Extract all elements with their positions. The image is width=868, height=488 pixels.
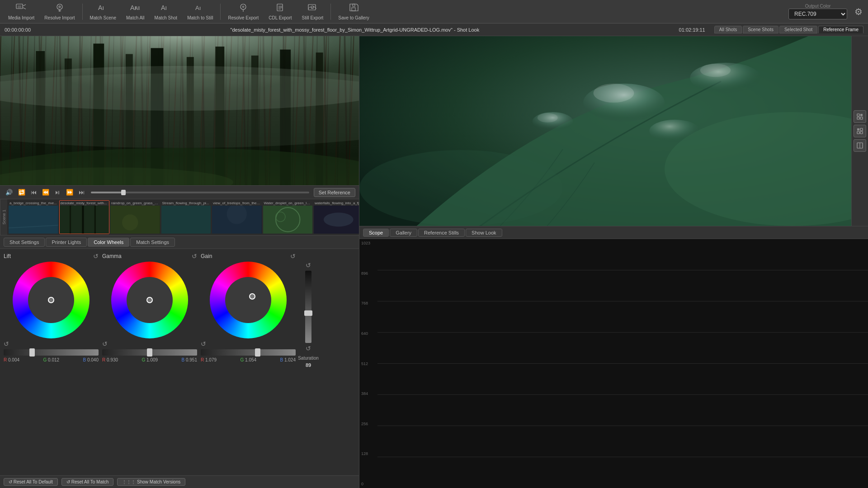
wf-label-256: 256 <box>361 422 376 426</box>
resolve-export-icon <box>238 3 248 14</box>
waveform-labels: 1023 896 768 640 512 384 256 128 0 <box>359 239 377 488</box>
gain-slider[interactable] <box>201 349 296 356</box>
step-back-btn[interactable]: ⏪ <box>40 188 51 197</box>
toolbar-resolve-export[interactable]: Resolve Export <box>223 1 263 22</box>
svg-rect-79 <box>860 131 863 134</box>
shot-thumb-5[interactable]: Water_droplet_on_green_le... <box>263 200 313 234</box>
gain-b-value: 1.024 <box>284 357 296 362</box>
shot-thumb-0[interactable]: a_bridge_crossing_the_rive... <box>8 200 59 234</box>
sat-reset-top-btn[interactable]: ↺ <box>306 262 311 269</box>
toolbar-match-scene[interactable]: Aı Match Scene <box>85 1 121 22</box>
gamma-reset-btn[interactable]: ↺ <box>192 253 197 260</box>
svg-point-14 <box>242 5 245 8</box>
shot-thumb-3[interactable]: Stream_flowing_through_pi... <box>161 200 212 234</box>
ref-preview-frame[interactable] <box>359 36 868 226</box>
gain-wheel-container[interactable] <box>210 262 287 338</box>
gamma-wheel-header: Gamma ↺ <box>102 253 197 260</box>
audio-toggle-btn[interactable]: 🔊 <box>4 188 14 197</box>
wf-label-1023: 1023 <box>361 241 376 245</box>
toolbar-label-match-shot: Match Shot <box>155 15 178 20</box>
lift-slider[interactable] <box>4 349 99 356</box>
step-forward-btn[interactable]: ⏩ <box>64 188 75 197</box>
tab-shot-settings[interactable]: Shot Settings <box>4 238 45 247</box>
toolbar-media-import[interactable]: Media Import <box>4 1 39 22</box>
ref-icon-1[interactable] <box>854 110 866 123</box>
tab-all-shots[interactable]: All Shots <box>714 26 742 33</box>
resolve-import-icon <box>55 3 65 14</box>
shot-thumb-2[interactable]: raindrop_on_green_grass_b... <box>110 200 160 234</box>
reset-all-to-match-btn[interactable]: ↺ Reset All To Match <box>61 478 113 486</box>
scope-tab-reference-stills[interactable]: Reference Stills <box>418 229 465 237</box>
output-color-section: Output Color REC.709 <box>788 4 847 19</box>
set-reference-button[interactable]: Set Reference <box>314 188 355 197</box>
gain-g-value: 1.054 <box>245 357 256 362</box>
toolbar-cdl-export[interactable]: CDL Export <box>264 1 296 22</box>
gamma-rgb-values: R 0.930 G 1.009 B 0.951 <box>102 357 197 362</box>
shot-label-5: Water_droplet_on_green_le... <box>263 201 313 206</box>
saturation-value: 89 <box>306 362 311 368</box>
toolbar-match-all[interactable]: AıAll Match All <box>122 1 149 22</box>
svg-rect-78 <box>857 131 859 134</box>
svg-rect-43 <box>82 206 84 234</box>
tab-color-wheels[interactable]: Color Wheels <box>88 238 129 247</box>
ref-icon-3[interactable] <box>854 139 866 152</box>
toolbar-resolve-import[interactable]: Resolve Import <box>40 1 79 22</box>
gamma-slider[interactable] <box>102 349 197 356</box>
scope-tab-gallery[interactable]: Gallery <box>390 229 417 237</box>
gain-bottom-reset-btn[interactable]: ↺ <box>201 340 206 347</box>
leaf-scene-svg <box>359 36 868 226</box>
tab-selected-shot[interactable]: Selected Shot <box>779 26 817 33</box>
saturation-label: Saturation <box>298 356 319 361</box>
lift-r-label: R <box>4 357 7 362</box>
shot-img-1 <box>60 206 109 234</box>
gamma-wheel-bottom: ↺ <box>102 340 197 347</box>
gamma-b-label: B <box>182 357 185 362</box>
rec-color-select[interactable]: REC.709 <box>788 9 847 19</box>
toolbar-match-to-still[interactable]: Aı Match to Still <box>183 1 217 22</box>
gain-reset-btn[interactable]: ↺ <box>290 253 296 260</box>
toolbar-save-to-gallery[interactable]: Save to Gallery <box>334 1 373 22</box>
skip-back-btn[interactable]: ⏮ <box>29 188 38 197</box>
scope-tab-scope[interactable]: Scope <box>363 229 389 237</box>
wf-label-640: 640 <box>361 331 376 336</box>
scope-tab-show-look[interactable]: Show Look <box>466 229 502 237</box>
tab-printer-lights[interactable]: Printer Lights <box>46 238 87 247</box>
lift-reset-btn[interactable]: ↺ <box>93 253 99 260</box>
shot-thumb-6[interactable]: waterfalls_flowing_into_a_fj... <box>313 200 359 234</box>
ref-icon-2[interactable] <box>854 125 866 137</box>
lift-wheel-container[interactable] <box>13 262 90 338</box>
transport-bar: 🔊 🔁 ⏮ ⏪ ⏯ ⏩ ⏭ Set Reference <box>0 185 359 199</box>
shot-thumb-1[interactable]: desolate_misty_forest_with... <box>59 200 110 234</box>
show-match-versions-btn[interactable]: ⋮⋮⋮ Show Match Versions <box>117 478 185 486</box>
scope-panel: Scope Gallery Reference Stills Show Look… <box>359 226 868 488</box>
play-btn[interactable]: ⏯ <box>53 188 62 197</box>
toolbar-sep-2 <box>220 4 221 20</box>
saturation-slider[interactable] <box>305 271 311 343</box>
gamma-g-value: 1.009 <box>146 357 158 362</box>
skip-forward-btn[interactable]: ⏭ <box>77 188 86 197</box>
lift-bottom-reset-btn[interactable]: ↺ <box>4 340 9 347</box>
lift-label: Lift <box>4 253 11 259</box>
video-preview[interactable] <box>0 36 359 185</box>
toolbar-still-export[interactable]: Still Export <box>297 1 328 22</box>
tab-match-settings[interactable]: Match Settings <box>130 238 175 247</box>
shot-label-1: desolate_misty_forest_with... <box>60 201 109 206</box>
reset-all-default-btn[interactable]: ↺ Reset All To Default <box>4 478 58 486</box>
toolbar-label-resolve-export: Resolve Export <box>228 15 259 20</box>
progress-bar[interactable] <box>91 192 309 193</box>
gamma-label: Gamma <box>102 253 122 259</box>
toolbar-match-shot[interactable]: Aı Match Shot <box>150 1 182 22</box>
sat-reset-bottom-btn[interactable]: ↺ <box>306 345 311 352</box>
tab-scene-shots[interactable]: Scene Shots <box>743 26 778 33</box>
shot-label-4: view_of_treetops_from_the_f... <box>212 201 262 206</box>
gamma-bottom-reset-btn[interactable]: ↺ <box>102 340 108 347</box>
bottom-controls: ↺ Reset All To Default ↺ Reset All To Ma… <box>0 475 359 488</box>
tab-reference-frame[interactable]: Reference Frame <box>818 26 863 33</box>
loop-btn[interactable]: 🔁 <box>16 188 27 197</box>
gamma-wheel-container[interactable] <box>111 262 188 338</box>
scope-tabs: Scope Gallery Reference Stills Show Look <box>359 226 868 239</box>
save-to-gallery-icon <box>349 3 359 14</box>
shot-thumb-4[interactable]: view_of_treetops_from_the_f... <box>212 200 262 234</box>
project-settings-button[interactable]: ⚙ <box>853 5 864 19</box>
svg-point-21 <box>311 6 314 9</box>
